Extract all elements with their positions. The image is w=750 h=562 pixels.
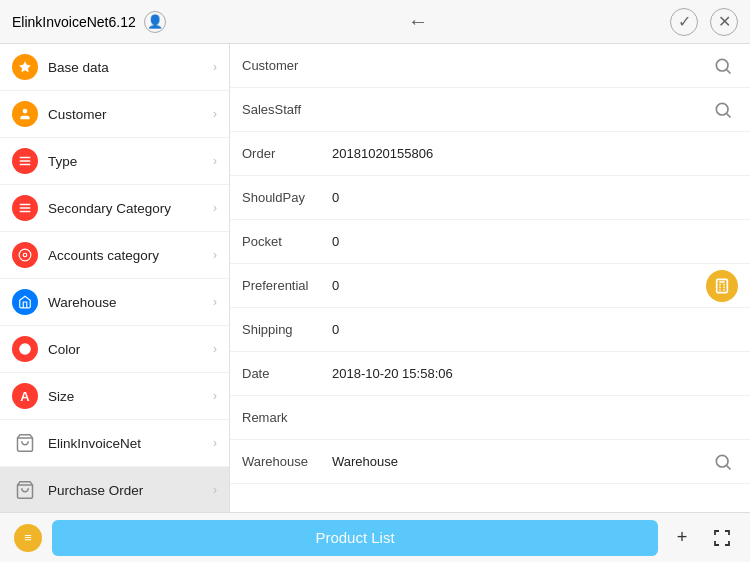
svg-point-10 bbox=[19, 343, 31, 355]
secondary-category-icon bbox=[12, 195, 38, 221]
search-button-1[interactable] bbox=[708, 95, 738, 125]
form-row-order: Order20181020155806 bbox=[230, 132, 750, 176]
svg-point-18 bbox=[716, 103, 728, 115]
field-label-3: ShouldPay bbox=[242, 190, 332, 205]
purchase-order-icon bbox=[12, 477, 38, 503]
field-label-6: Shipping bbox=[242, 322, 332, 337]
header-left: ElinkInvoiceNet6.12 👤 bbox=[12, 11, 166, 33]
add-button[interactable]: + bbox=[666, 522, 698, 554]
field-label-1: SalesStaff bbox=[242, 102, 332, 117]
form-row-shipping: Shipping0 bbox=[230, 308, 750, 352]
field-value-5: 0 bbox=[332, 278, 706, 293]
base-data-chevron: › bbox=[213, 60, 217, 74]
form-row-customer: Customer bbox=[230, 44, 750, 88]
base-data-label: Base data bbox=[48, 60, 213, 75]
color-icon bbox=[12, 336, 38, 362]
sidebar-item-purchase-order[interactable]: Purchase Order› bbox=[0, 467, 229, 512]
purchase-order-chevron: › bbox=[213, 483, 217, 497]
svg-point-1 bbox=[23, 109, 28, 114]
user-icon[interactable]: 👤 bbox=[144, 11, 166, 33]
field-label-7: Date bbox=[242, 366, 332, 381]
sidebar-item-type[interactable]: Type› bbox=[0, 138, 229, 185]
type-icon bbox=[12, 148, 38, 174]
field-value-3: 0 bbox=[332, 190, 702, 205]
warehouse-icon bbox=[12, 289, 38, 315]
size-icon: A bbox=[12, 383, 38, 409]
sidebar: Base data›Customer›Type›Secondary Catego… bbox=[0, 44, 230, 512]
confirm-button[interactable]: ✓ bbox=[670, 8, 698, 36]
sidebar-item-accounts-category[interactable]: Accounts category› bbox=[0, 232, 229, 279]
customer-label: Customer bbox=[48, 107, 213, 122]
sidebar-item-secondary-category[interactable]: Secondary Category› bbox=[0, 185, 229, 232]
color-label: Color bbox=[48, 342, 213, 357]
field-label-2: Order bbox=[242, 146, 332, 161]
svg-line-29 bbox=[727, 465, 731, 469]
sidebar-item-color[interactable]: Color› bbox=[0, 326, 229, 373]
form-row-salesstaff: SalesStaff bbox=[230, 88, 750, 132]
form-row-date: Date2018-10-20 15:58:06 bbox=[230, 352, 750, 396]
size-chevron: › bbox=[213, 389, 217, 403]
close-button[interactable]: ✕ bbox=[710, 8, 738, 36]
sidebar-item-base-data[interactable]: Base data› bbox=[0, 44, 229, 91]
main-content: Base data›Customer›Type›Secondary Catego… bbox=[0, 44, 750, 512]
color-chevron: › bbox=[213, 342, 217, 356]
size-label: Size bbox=[48, 389, 213, 404]
elinkinvoicenet-icon bbox=[12, 430, 38, 456]
field-label-0: Customer bbox=[242, 58, 332, 73]
sidebar-item-size[interactable]: ASize› bbox=[0, 373, 229, 420]
header-center: ← bbox=[400, 6, 436, 37]
field-value-7: 2018-10-20 15:58:06 bbox=[332, 366, 702, 381]
customer-icon bbox=[12, 101, 38, 127]
form-row-preferential: Preferential0 bbox=[230, 264, 750, 308]
warehouse-label: Warehouse bbox=[48, 295, 213, 310]
field-label-4: Pocket bbox=[242, 234, 332, 249]
svg-point-9 bbox=[23, 253, 27, 257]
base-data-icon bbox=[12, 54, 38, 80]
field-value-2: 20181020155806 bbox=[332, 146, 702, 161]
svg-line-17 bbox=[727, 69, 731, 73]
field-label-5: Preferential bbox=[242, 278, 332, 293]
form-row-warehouse: WarehouseWarehouse bbox=[230, 440, 750, 484]
warehouse-chevron: › bbox=[213, 295, 217, 309]
back-button[interactable]: ← bbox=[400, 6, 436, 37]
secondary-category-chevron: › bbox=[213, 201, 217, 215]
app-container: ElinkInvoiceNet6.12 👤 ← ✓ ✕ Base data›Cu… bbox=[0, 0, 750, 562]
form-row-shouldpay: ShouldPay0 bbox=[230, 176, 750, 220]
bottom-bar: ≡ Product List + bbox=[0, 512, 750, 562]
header-right: ✓ ✕ bbox=[670, 8, 738, 36]
bottom-right-buttons: + bbox=[666, 522, 738, 554]
type-chevron: › bbox=[213, 154, 217, 168]
field-value-6: 0 bbox=[332, 322, 702, 337]
expand-button[interactable] bbox=[706, 522, 738, 554]
elinkinvoicenet-chevron: › bbox=[213, 436, 217, 450]
type-label: Type bbox=[48, 154, 213, 169]
svg-point-16 bbox=[716, 59, 728, 71]
customer-chevron: › bbox=[213, 107, 217, 121]
field-value-4: 0 bbox=[332, 234, 702, 249]
sidebar-item-customer[interactable]: Customer› bbox=[0, 91, 229, 138]
accounts-category-label: Accounts category bbox=[48, 248, 213, 263]
svg-marker-0 bbox=[19, 61, 31, 72]
purchase-order-label: Purchase Order bbox=[48, 483, 213, 498]
field-label-8: Remark bbox=[242, 410, 332, 425]
secondary-category-label: Secondary Category bbox=[48, 201, 213, 216]
accounts-category-chevron: › bbox=[213, 248, 217, 262]
svg-point-8 bbox=[19, 249, 31, 261]
header: ElinkInvoiceNet6.12 👤 ← ✓ ✕ bbox=[0, 0, 750, 44]
accounts-category-icon bbox=[12, 242, 38, 268]
svg-line-19 bbox=[727, 113, 731, 117]
field-label-9: Warehouse bbox=[242, 454, 332, 469]
sidebar-item-elinkinvoicenet[interactable]: ElinkInvoiceNet› bbox=[0, 420, 229, 467]
field-value-9: Warehouse bbox=[332, 454, 708, 469]
yellow-calc-button[interactable] bbox=[706, 270, 738, 302]
form-row-remark: Remark bbox=[230, 396, 750, 440]
form-area: CustomerSalesStaffOrder20181020155806Sho… bbox=[230, 44, 750, 512]
app-title: ElinkInvoiceNet6.12 bbox=[12, 14, 136, 30]
product-list-button[interactable]: Product List bbox=[52, 520, 658, 556]
elinkinvoicenet-label: ElinkInvoiceNet bbox=[48, 436, 213, 451]
search-button-9[interactable] bbox=[708, 447, 738, 477]
search-button-0[interactable] bbox=[708, 51, 738, 81]
form-row-pocket: Pocket0 bbox=[230, 220, 750, 264]
bottom-left-icon[interactable]: ≡ bbox=[12, 522, 44, 554]
sidebar-item-warehouse[interactable]: Warehouse› bbox=[0, 279, 229, 326]
